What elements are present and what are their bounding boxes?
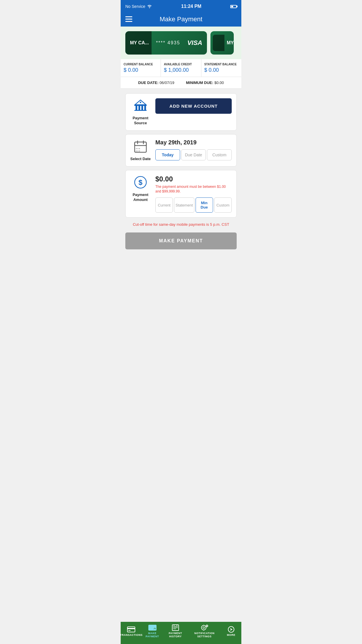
svg-point-7 (140, 102, 141, 103)
main-content: PaymentSource ADD NEW ACCOUNT • • • • • … (121, 89, 241, 269)
svg-rect-2 (136, 106, 137, 110)
payment-amount-label: PaymentAmount (133, 192, 148, 202)
make-payment-button[interactable]: MAKE PAYMENT (125, 232, 237, 249)
card-partial: MY (210, 31, 234, 55)
payment-amount-icon-area: $ PaymentAmount (130, 175, 151, 202)
current-balance-label: CURRENT BALANCE (124, 63, 158, 66)
wifi-icon (147, 4, 152, 9)
current-balance-item: CURRENT BALANCE $ 0.00 (121, 59, 161, 77)
svg-rect-6 (134, 110, 147, 111)
battery-icon (230, 5, 237, 8)
card-number: **** 4935 (156, 40, 180, 46)
payment-source-label: PaymentSource (133, 116, 148, 126)
payment-source-content: ADD NEW ACCOUNT (155, 98, 232, 114)
card-carousel: MY CA... **** 4935 VISA MY (121, 27, 241, 59)
svg-rect-9 (135, 142, 146, 146)
balance-row: CURRENT BALANCE $ 0.00 AVAILABLE CREDIT … (121, 59, 241, 77)
svg-rect-4 (141, 106, 143, 110)
due-row: DUE DATE: 06/07/19 MINIMUM DUE: $0.00 (121, 77, 241, 89)
payment-source-card: PaymentSource ADD NEW ACCOUNT (125, 93, 237, 131)
amount-option-min-due[interactable]: Min Due (196, 197, 213, 213)
select-date-content: May 29th, 2019 Today Due Date Custom (155, 139, 232, 160)
payment-amount-value: $0.00 (155, 175, 232, 183)
calendar-icon: • • • • • • (133, 139, 148, 155)
credit-card[interactable]: MY CA... **** 4935 VISA (125, 31, 207, 55)
payment-source-icon-area: PaymentSource (130, 98, 151, 126)
visa-logo: VISA (187, 39, 202, 47)
hamburger-menu[interactable] (125, 16, 132, 22)
header: Make Payment (121, 13, 241, 27)
due-date-label: DUE DATE: (138, 80, 159, 85)
dollar-circle-icon: $ (133, 175, 148, 191)
due-date-value: 06/07/19 (159, 80, 174, 85)
select-date-icon-area: • • • • • • Select Date (130, 139, 151, 162)
available-credit-item: AVAILABLE CREDIT $ 1,000.00 (161, 59, 201, 77)
bank-icon (133, 98, 148, 114)
date-option-due-date[interactable]: Due Date (181, 149, 206, 160)
payment-amount-content: $0.00 The payment amount must be between… (155, 175, 232, 213)
page-title: Make Payment (160, 15, 203, 23)
status-time: 11:24 PM (181, 4, 201, 9)
statement-balance-item: STATEMENT BALANCE $ 0.00 (201, 59, 241, 77)
date-options: Today Due Date Custom (155, 149, 232, 160)
min-due-value: $0.00 (215, 80, 224, 85)
selected-date: May 29th, 2019 (155, 139, 232, 146)
amount-option-statement[interactable]: Statement (174, 197, 194, 213)
amount-options: Current Statement Min Due Custom (155, 197, 232, 213)
cutoff-notice: Cut-off time for same-day mobile payment… (125, 221, 237, 228)
select-date-label: Select Date (130, 157, 151, 162)
amount-option-current[interactable]: Current (155, 197, 173, 213)
svg-rect-5 (144, 106, 146, 110)
amount-option-custom[interactable]: Custom (214, 197, 232, 213)
signal-text: No Service (125, 4, 145, 9)
add-new-account-button[interactable]: ADD NEW ACCOUNT (155, 98, 232, 114)
svg-rect-3 (138, 106, 140, 110)
min-due-label: MINIMUM DUE: (186, 80, 213, 85)
date-option-custom[interactable]: Custom (207, 149, 232, 160)
svg-text:• • •: • • • (136, 150, 140, 153)
svg-text:$: $ (138, 178, 143, 186)
payment-amount-card: $ PaymentAmount $0.00 The payment amount… (125, 170, 237, 218)
current-balance-value: $ 0.00 (124, 67, 158, 73)
statement-balance-label: STATEMENT BALANCE (204, 63, 238, 66)
status-bar: No Service 11:24 PM (121, 0, 241, 13)
available-credit-label: AVAILABLE CREDIT (164, 63, 198, 66)
date-option-today[interactable]: Today (155, 149, 180, 160)
statement-balance-value: $ 0.00 (204, 67, 238, 73)
card-partial-label: MY (227, 40, 234, 46)
select-date-card: • • • • • • Select Date May 29th, 2019 T… (125, 134, 237, 167)
card-name: MY CA... (130, 40, 149, 46)
available-credit-value: $ 1,000.00 (164, 67, 198, 73)
payment-amount-warning: The payment amount must be between $1.00… (155, 184, 232, 194)
